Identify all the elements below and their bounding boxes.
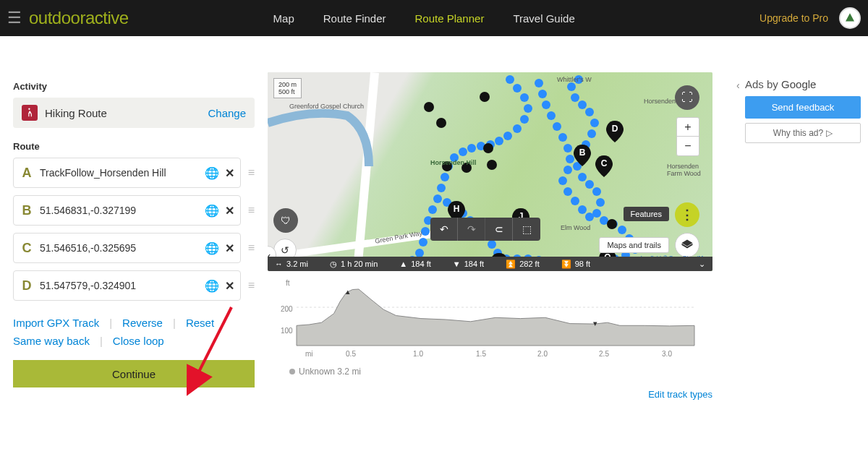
waypoint-row: A 🌐 ✕ ≡ (13, 158, 255, 188)
import-gpx-link[interactable]: Import GPX Track (13, 317, 99, 329)
svg-text:▾: ▾ (593, 319, 597, 327)
map-place-label: Horsenden Farm Wood (667, 163, 707, 177)
scale-imperial: 500 ft (278, 88, 297, 95)
waypoint-text[interactable] (40, 205, 199, 216)
mountain-icon (843, 12, 856, 25)
svg-text:200: 200 (281, 305, 293, 313)
map-panel: D B C H J M O Whittler's W Horsenden Woo… (268, 72, 738, 396)
undo-button[interactable]: ↶ (430, 218, 458, 241)
surface-legend: Unknown 3.2 mi (289, 367, 712, 377)
svg-text:1.5: 1.5 (476, 350, 486, 358)
svg-text:100: 100 (281, 327, 293, 335)
waypoint-text[interactable] (40, 242, 199, 254)
logo[interactable]: outdooractive (29, 8, 129, 28)
legend-dot-icon (289, 369, 295, 374)
features-button[interactable]: ⋮ (675, 202, 699, 227)
fullscreen-button[interactable]: ⛶ (675, 85, 699, 110)
route-stats-bar: ↔ 3.2 mi ◷ 1 h 20 min ▲ 184 ft ▼ 184 ft … (268, 257, 712, 271)
drag-handle-icon[interactable]: ≡ (248, 241, 255, 254)
sidebar-links: Import GPX Track | Reverse | Reset Same … (13, 317, 255, 347)
avatar[interactable] (839, 7, 861, 29)
svg-text:2.5: 2.5 (599, 350, 609, 358)
waypoint-text[interactable] (40, 167, 199, 179)
continue-button[interactable]: Continue (13, 360, 255, 387)
close-loop-link[interactable]: Close loop (113, 335, 164, 347)
stat-highest: ⏫ 282 ft (506, 260, 540, 269)
nav-map[interactable]: Map (273, 12, 294, 25)
svg-text:0.5: 0.5 (346, 350, 356, 358)
nav-travel-guide[interactable]: Travel Guide (513, 12, 574, 25)
waypoint-row: C 🌐 ✕ ≡ (13, 233, 255, 263)
edit-track-types-link[interactable]: Edit track types (648, 389, 712, 400)
threesixty-button[interactable]: 🛡 (273, 208, 298, 233)
svg-text:2.0: 2.0 (537, 350, 548, 358)
map-edit-toolbar: ↶ ↷ ⊂ ⬚ (430, 218, 540, 241)
svg-text:3.0: 3.0 (662, 350, 672, 358)
upgrade-link[interactable]: Upgrade to Pro (760, 12, 828, 24)
same-way-back-link[interactable]: Same way back (13, 335, 90, 347)
globe-icon[interactable]: 🌐 (205, 279, 219, 293)
nav-route-finder[interactable]: Route Finder (323, 12, 386, 25)
waypoint-letter: A (20, 166, 34, 181)
close-icon[interactable]: ✕ (225, 166, 234, 180)
nav-route-planner[interactable]: Route Planner (415, 12, 485, 25)
ads-panel: ‹ Ads by Google Send feedback Why this a… (738, 72, 868, 396)
reverse-link[interactable]: Reverse (122, 317, 163, 329)
elevation-chart[interactable]: ft 200 100 ▴ ▾ mi 0.5 1.0 1.5 2.0 2.5 3.… (268, 277, 712, 385)
close-icon[interactable]: ✕ (225, 279, 234, 293)
snap-button[interactable]: ⊂ (485, 218, 513, 241)
waypoint-letter: C (20, 241, 34, 256)
stat-distance: ↔ 3.2 mi (275, 260, 308, 268)
map-place-label: Greenford Gospel Church (289, 103, 364, 110)
stat-lowest: ⏬ 98 ft (561, 260, 590, 269)
stats-collapse-button[interactable]: ⌄ (699, 260, 705, 269)
separator: | (109, 317, 112, 329)
waypoint-text[interactable] (40, 280, 199, 291)
why-this-ad-button[interactable]: Why this ad? ▷ (745, 123, 861, 143)
hamburger-icon[interactable]: ☰ (7, 9, 22, 27)
elevation-svg: ft 200 100 ▴ ▾ mi 0.5 1.0 1.5 2.0 2.5 3.… (268, 277, 712, 364)
redo-button[interactable]: ↷ (458, 218, 485, 241)
waypoint-letter: D (20, 278, 34, 294)
close-icon[interactable]: ✕ (225, 241, 234, 255)
drag-handle-icon[interactable]: ≡ (248, 279, 255, 292)
zoom-out-button[interactable]: − (677, 137, 699, 155)
svg-text:ft: ft (286, 279, 290, 287)
waypoint-row: D 🌐 ✕ ≡ (13, 270, 255, 301)
send-feedback-button[interactable]: Send feedback (745, 96, 861, 119)
layers-icon (681, 239, 694, 252)
globe-icon[interactable]: 🌐 (205, 204, 219, 218)
globe-icon[interactable]: 🌐 (205, 166, 219, 180)
ads-title: Ads by Google (745, 78, 861, 90)
drag-handle-icon[interactable]: ≡ (248, 204, 255, 217)
change-activity-link[interactable]: Change (208, 107, 246, 119)
map-viewport[interactable]: D B C H J M O Whittler's W Horsenden Woo… (268, 72, 712, 271)
hiking-icon (22, 105, 38, 121)
main-layout: Activity Hiking Route Change Route A 🌐 ✕… (0, 72, 868, 396)
ads-collapse-icon[interactable]: ‹ (736, 80, 740, 91)
svg-text:mi: mi (305, 350, 313, 358)
reset-link[interactable]: Reset (186, 317, 214, 329)
layers-button[interactable] (675, 233, 699, 257)
waypoint-row: B 🌐 ✕ ≡ (13, 195, 255, 226)
play-icon: ▷ (826, 128, 833, 138)
header-right: Upgrade to Pro (760, 7, 861, 29)
map-place-label: Horsenden Hill (430, 159, 477, 166)
zoom-in-button[interactable]: + (677, 118, 699, 137)
stat-ascent: ▲ 184 ft (399, 260, 430, 268)
maps-trails-label: Maps and trails (599, 237, 669, 253)
waypoint-input-box[interactable]: D 🌐 ✕ (13, 270, 241, 301)
activity-name: Hiking Route (45, 107, 107, 119)
globe-icon[interactable]: 🌐 (205, 241, 219, 255)
zoom-control: + − (676, 117, 699, 156)
waypoint-input-box[interactable]: C 🌐 ✕ (13, 233, 241, 263)
waypoint-input-box[interactable]: A 🌐 ✕ (13, 158, 241, 188)
map-place-label: Elm Wood (561, 224, 590, 231)
crop-button[interactable]: ⬚ (513, 218, 540, 241)
close-icon[interactable]: ✕ (225, 204, 234, 218)
stat-descent: ▼ 184 ft (453, 260, 484, 268)
drag-handle-icon[interactable]: ≡ (248, 166, 255, 179)
scale-metric: 200 m (278, 81, 297, 88)
waypoints-list: A 🌐 ✕ ≡ B 🌐 ✕ ≡ C (13, 158, 255, 301)
waypoint-input-box[interactable]: B 🌐 ✕ (13, 195, 241, 226)
